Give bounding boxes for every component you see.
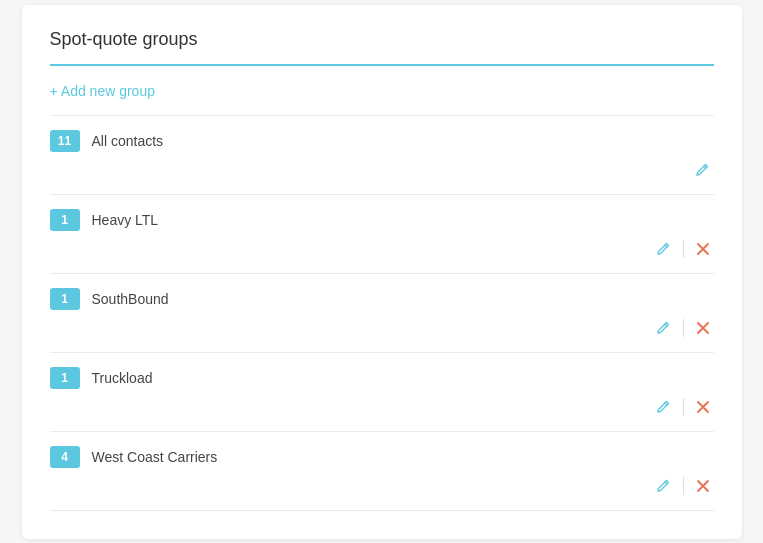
page-title: Spot-quote groups (50, 29, 714, 66)
group-row-top-truckload: 1Truckload (50, 367, 714, 389)
action-divider-truckload (683, 398, 684, 416)
pencil-icon (655, 320, 671, 336)
pencil-icon (694, 162, 710, 178)
action-divider-heavy-ltl (683, 240, 684, 258)
group-name-west-coast-carriers: West Coast Carriers (92, 449, 714, 465)
group-row-top-all-contacts: 11All contacts (50, 130, 714, 152)
group-name-all-contacts: All contacts (92, 133, 714, 149)
edit-button-truckload[interactable] (653, 397, 673, 417)
groups-list: 11All contacts 1Heavy LTL 1SouthBound 1T… (50, 116, 714, 511)
edit-button-heavy-ltl[interactable] (653, 239, 673, 259)
close-icon (696, 400, 710, 414)
action-divider-west-coast-carriers (683, 477, 684, 495)
close-icon (696, 242, 710, 256)
group-actions-all-contacts (50, 152, 714, 180)
group-actions-west-coast-carriers (50, 468, 714, 496)
edit-button-all-contacts[interactable] (692, 160, 712, 180)
add-new-group-button[interactable]: + Add new group (50, 83, 155, 99)
group-actions-truckload (50, 389, 714, 417)
group-row-top-west-coast-carriers: 4West Coast Carriers (50, 446, 714, 468)
group-actions-southbound (50, 310, 714, 338)
pencil-icon (655, 478, 671, 494)
edit-button-southbound[interactable] (653, 318, 673, 338)
group-name-heavy-ltl: Heavy LTL (92, 212, 714, 228)
delete-button-heavy-ltl[interactable] (694, 240, 712, 258)
spot-quote-groups-panel: Spot-quote groups + Add new group 11All … (22, 5, 742, 539)
group-name-truckload: Truckload (92, 370, 714, 386)
group-count-badge-heavy-ltl: 1 (50, 209, 80, 231)
group-row-top-heavy-ltl: 1Heavy LTL (50, 209, 714, 231)
pencil-icon (655, 241, 671, 257)
action-divider-southbound (683, 319, 684, 337)
group-row-heavy-ltl: 1Heavy LTL (50, 195, 714, 274)
group-row-all-contacts: 11All contacts (50, 116, 714, 195)
group-count-badge-truckload: 1 (50, 367, 80, 389)
delete-button-west-coast-carriers[interactable] (694, 477, 712, 495)
close-icon (696, 479, 710, 493)
group-row-southbound: 1SouthBound (50, 274, 714, 353)
group-count-badge-all-contacts: 11 (50, 130, 80, 152)
group-row-truckload: 1Truckload (50, 353, 714, 432)
group-row-top-southbound: 1SouthBound (50, 288, 714, 310)
delete-button-truckload[interactable] (694, 398, 712, 416)
group-actions-heavy-ltl (50, 231, 714, 259)
edit-button-west-coast-carriers[interactable] (653, 476, 673, 496)
group-count-badge-west-coast-carriers: 4 (50, 446, 80, 468)
delete-button-southbound[interactable] (694, 319, 712, 337)
group-row-west-coast-carriers: 4West Coast Carriers (50, 432, 714, 511)
group-name-southbound: SouthBound (92, 291, 714, 307)
pencil-icon (655, 399, 671, 415)
group-count-badge-southbound: 1 (50, 288, 80, 310)
close-icon (696, 321, 710, 335)
